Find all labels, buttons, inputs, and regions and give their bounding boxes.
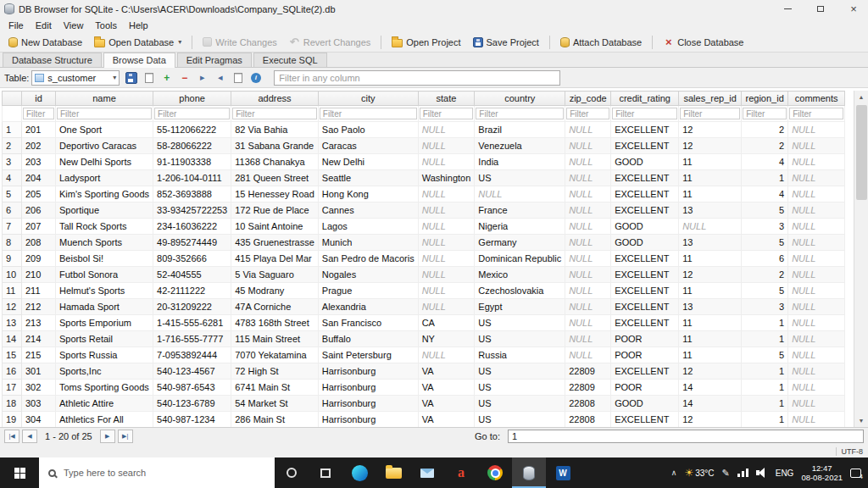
menu-help[interactable]: Help [123, 19, 154, 31]
cell-region-id[interactable]: 1 [742, 315, 788, 331]
attach-database-button[interactable]: Attach Database [555, 36, 647, 49]
scroll-down-icon[interactable]: ▼ [855, 414, 868, 427]
minimize-button[interactable] [773, 0, 802, 18]
cell-country[interactable]: India [475, 154, 565, 170]
cell-zip-code[interactable]: NULL [565, 219, 611, 235]
cell-zip-code[interactable]: NULL [565, 331, 611, 347]
cell-id[interactable]: 209 [22, 251, 56, 267]
cell-name[interactable]: Deportivo Caracas [56, 138, 153, 154]
cell-sales-rep-id[interactable]: 13 [679, 299, 742, 315]
cell-state[interactable]: VA [418, 396, 475, 412]
cell-comments[interactable]: NULL [788, 251, 845, 267]
cell-zip-code[interactable]: 22808 [565, 412, 611, 428]
cell-sales-rep-id[interactable]: 11 [679, 154, 742, 170]
column-header-address[interactable]: address [231, 92, 319, 106]
cell-name[interactable]: Hamada Sport [56, 299, 153, 315]
cell-phone[interactable]: 540-987-6543 [153, 380, 231, 396]
cell-name[interactable]: New Delhi Sports [56, 154, 153, 170]
cell-region-id[interactable]: 1 [742, 331, 788, 347]
cell-sales-rep-id[interactable]: 11 [679, 315, 742, 331]
save-project-button[interactable]: Save Project [468, 36, 544, 49]
cell-phone[interactable]: 55-112066222 [153, 122, 231, 138]
filter-input-region-id[interactable]: Filter [743, 108, 787, 119]
cell-name[interactable]: One Sport [56, 122, 153, 138]
cell-city[interactable]: Hong Kong [318, 186, 418, 202]
cell-comments[interactable]: NULL [788, 202, 845, 219]
cell-region-id[interactable]: 1 [742, 363, 788, 380]
cell-state[interactable]: NULL [418, 299, 475, 315]
column-header-city[interactable]: city [318, 92, 418, 106]
column-header-comments[interactable]: comments [788, 92, 845, 106]
cell-id[interactable]: 203 [22, 154, 56, 170]
cell-region-id[interactable]: 5 [742, 235, 788, 251]
cell-comments[interactable]: NULL [788, 122, 845, 138]
clear-filter-button[interactable] [229, 69, 247, 86]
cell-credit-rating[interactable]: GOOD [611, 154, 679, 170]
scrollbar-thumb[interactable] [856, 105, 867, 200]
cell-sales-rep-id[interactable]: 12 [679, 267, 742, 283]
filter-input-id[interactable]: Filter [23, 108, 54, 119]
cell-address[interactable]: 10 Saint Antoine [231, 219, 319, 235]
cell-phone[interactable]: 540-123-6789 [153, 396, 231, 412]
cell-sales-rep-id[interactable]: 13 [679, 202, 742, 219]
cell-name[interactable]: Athletics For All [56, 412, 153, 428]
cell-credit-rating[interactable]: EXCELLENT [611, 251, 679, 267]
cell-state[interactable]: NULL [418, 251, 475, 267]
cell-sales-rep-id[interactable]: 11 [679, 186, 742, 202]
cell-country[interactable]: Russia [475, 347, 565, 363]
cell-zip-code[interactable]: NULL [565, 235, 611, 251]
network-icon[interactable] [746, 469, 748, 477]
cell-state[interactable]: NULL [418, 347, 475, 363]
cell-id[interactable]: 204 [22, 170, 56, 186]
cell-country[interactable]: Dominican Republic [475, 251, 565, 267]
info-button[interactable]: i [247, 69, 264, 86]
cell-phone[interactable]: 33-93425722253 [153, 202, 231, 219]
cell-credit-rating[interactable]: EXCELLENT [611, 186, 679, 202]
cell-credit-rating[interactable]: POOR [611, 331, 679, 347]
notification-icon[interactable]: 4 [850, 469, 861, 478]
cell-address[interactable]: 31 Sabana Grande [231, 138, 319, 154]
cell-credit-rating[interactable]: GOOD [611, 219, 679, 235]
filter-input-state[interactable]: Filter [420, 108, 474, 119]
cell-country[interactable]: US [475, 363, 565, 380]
open-database-button[interactable]: Open Database▾ [89, 36, 186, 49]
cell-address[interactable]: 72 High St [231, 363, 319, 380]
hidden-icons-chevron-icon[interactable]: ∧ [671, 469, 677, 477]
cell-phone[interactable]: 234-16036222 [153, 219, 231, 235]
cell-address[interactable]: 11368 Chanakya [231, 154, 319, 170]
previous-page-button[interactable]: ◀ [22, 430, 37, 443]
cell-sales-rep-id[interactable]: 11 [679, 283, 742, 299]
filter-input-address[interactable]: Filter [232, 108, 317, 119]
cell-zip-code[interactable]: NULL [565, 122, 611, 138]
cell-country[interactable]: Mexico [475, 267, 565, 283]
column-header-zip-code[interactable]: zip_code [565, 92, 611, 106]
cell-phone[interactable]: 49-895274449 [153, 235, 231, 251]
column-header-id[interactable]: id [22, 92, 56, 106]
cell-zip-code[interactable]: NULL [565, 315, 611, 331]
cell-zip-code[interactable]: NULL [565, 138, 611, 154]
cell-credit-rating[interactable]: EXCELLENT [611, 412, 679, 428]
import-button[interactable]: ▸ [193, 69, 211, 86]
start-button[interactable] [0, 458, 39, 488]
cell-comments[interactable]: NULL [788, 380, 845, 396]
cell-zip-code[interactable]: NULL [565, 154, 611, 170]
menu-tools[interactable]: Tools [89, 19, 123, 31]
encoding-label[interactable]: UTF-8 [842, 447, 864, 456]
cell-id[interactable]: 208 [22, 235, 56, 251]
cell-country[interactable]: Brazil [475, 122, 565, 138]
cell-comments[interactable]: NULL [788, 267, 845, 283]
cell-city[interactable]: Nogales [318, 267, 418, 283]
cell-name[interactable]: Toms Sporting Goods [56, 380, 153, 396]
cell-credit-rating[interactable]: EXCELLENT [611, 363, 679, 380]
cell-phone[interactable]: 91-11903338 [153, 154, 231, 170]
db-browser-taskbar-button[interactable] [512, 458, 546, 488]
column-header-region-id[interactable]: region_id [742, 92, 788, 106]
cell-address[interactable]: 6741 Main St [231, 380, 319, 396]
cell-region-id[interactable]: 1 [742, 170, 788, 186]
mail-taskbar-button[interactable] [410, 458, 444, 488]
close-database-button[interactable]: ×Close Database [658, 35, 748, 49]
cell-sales-rep-id[interactable]: 12 [679, 363, 742, 380]
cell-address[interactable]: 4783 168th Street [231, 315, 319, 331]
cell-region-id[interactable]: 3 [742, 219, 788, 235]
close-button[interactable]: × [839, 0, 868, 18]
